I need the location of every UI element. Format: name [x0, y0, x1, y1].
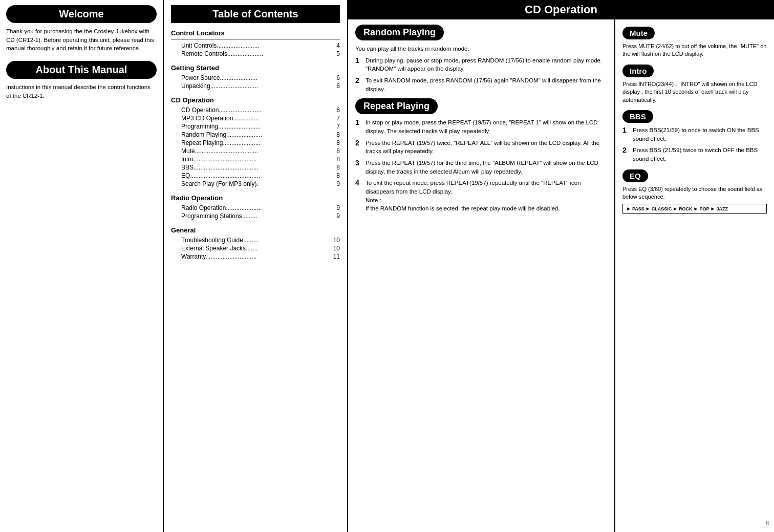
repeat-step-2: 2 Press the REPEAT (19/57) twice, "REPEA…	[355, 139, 607, 156]
toc-section-getting-started: Getting Started Power Source............…	[171, 64, 340, 90]
toc-section-title: General	[171, 226, 340, 234]
eq-section: EQ Press EQ (3/60) repeatedly to choose …	[622, 167, 767, 214]
toc-item: Search Play (For MP3 only). 9	[171, 180, 340, 188]
mute-header: Mute	[622, 27, 655, 39]
toc-section-cd-operation: CD Operation CD Operation...............…	[171, 96, 340, 188]
random-step-2: 2 To exit RANDOM mode, press RANDOM (17/…	[355, 76, 607, 93]
cd-operation-main: Random Playing You can play all the trac…	[348, 19, 615, 532]
toc-item: EQ......................................…	[171, 172, 340, 180]
toc-item: Random Playing..................... 8	[171, 131, 340, 139]
toc-item: Troubleshooting Guide......... 10	[171, 236, 340, 244]
random-step-1: 1 During playing, pause or stop mode, pr…	[355, 56, 607, 73]
toc-item: Remote Controls..................... 5	[171, 50, 340, 58]
bbs-header: BBS	[622, 110, 653, 123]
repeat-step-1: 1 In stop or play mode, press the REPEAT…	[355, 118, 607, 135]
about-body: Instuctions in this manual describe the …	[6, 83, 157, 100]
toc-section-general: General Troubleshooting Guide......... 1…	[171, 226, 340, 261]
repeat-step-4: 4 To exit the repeat mode, press REPEAT(…	[355, 179, 607, 213]
repeat-playing-section: Repeat Playing 1 In stop or play mode, p…	[355, 98, 607, 213]
cd-operation-sidebar: Mute Press MUTE (24/62) to cut off the v…	[615, 19, 774, 532]
toc-header: Table of Contents	[171, 5, 340, 23]
right-wrapper: CD Operation Random Playing You can play…	[348, 0, 774, 532]
intro-section: Intro Press INTRO(23/44) , "INTRO" will …	[622, 62, 767, 104]
toc-item: Unit Controls......................... 4	[171, 41, 340, 50]
repeat-playing-header: Repeat Playing	[355, 98, 438, 114]
toc-section-control-locators: Control Locators Unit Controls..........…	[171, 29, 340, 58]
intro-header: Intro	[622, 65, 654, 77]
toc-section-title: Radio Operation	[171, 194, 340, 202]
mute-section: Mute Press MUTE (24/62) to cut off the v…	[622, 25, 767, 58]
toc-section-radio-operation: Radio Operation Radio Operation.........…	[171, 194, 340, 220]
toc-section-title: Control Locators	[171, 29, 340, 37]
about-header: About This Manual	[6, 61, 157, 79]
cd-operation-header: CD Operation	[348, 0, 774, 19]
welcome-header: Welcome	[6, 5, 157, 23]
toc-item: Programming......................... 7	[171, 122, 340, 131]
welcome-body: Thank you for purchasing the the Crosley…	[6, 27, 157, 53]
toc-item: External Speaker Jacks....... 10	[171, 244, 340, 252]
page-number: 8	[765, 520, 769, 527]
random-playing-intro: You can play all the tracks in random mo…	[355, 45, 607, 53]
toc-item: Power Source...................... 6	[171, 74, 340, 82]
left-column: Welcome Thank you for purchasing the the…	[0, 0, 164, 532]
eq-body: Press EQ (3/60) repeatedly to choose the…	[622, 185, 767, 201]
toc-item: Repeat Playing...................... 8	[171, 139, 340, 147]
toc-section-title: CD Operation	[171, 96, 340, 104]
bbs-step-1: 1 Press BBS(21/59) to once to switch ON …	[622, 126, 767, 143]
random-playing-section: Random Playing You can play all the trac…	[355, 25, 607, 93]
middle-column: Table of Contents Control Locators Unit …	[164, 0, 348, 532]
eq-header: EQ	[622, 169, 648, 182]
toc-item: CD Operation......................... 6	[171, 106, 340, 114]
toc-item: Programming Stations......... 9	[171, 212, 340, 220]
toc-item: Unpacking............................ 6	[171, 82, 340, 90]
mute-body: Press MUTE (24/62) to cut off the volume…	[622, 42, 767, 58]
bbs-step-2: 2 Press BBS (21/59) twice to switch OFF …	[622, 146, 767, 163]
toc-item: BBS.....................................…	[171, 163, 340, 172]
intro-body: Press INTRO(23/44) , "INTRO" will shown …	[622, 80, 767, 104]
toc-item: Mute....................................…	[171, 147, 340, 155]
toc-section-title: Getting Started	[171, 64, 340, 72]
random-playing-header: Random Playing	[355, 25, 444, 40]
repeat-step-3: 3 Press the REPEAT (19/57) for the third…	[355, 159, 607, 176]
bbs-section: BBS 1 Press BBS(21/59) to once to switch…	[622, 108, 767, 163]
toc-item: Radio Operation..................... 9	[171, 204, 340, 212]
toc-item: MP3 CD Operation............... 7	[171, 114, 340, 122]
toc-item: Warranty.............................. 1…	[171, 252, 340, 261]
eq-sequence: ► PASS ► CLASSIC ► ROCK ► POP ► JAZZ	[622, 204, 767, 214]
toc-item: Intro...................................…	[171, 155, 340, 163]
